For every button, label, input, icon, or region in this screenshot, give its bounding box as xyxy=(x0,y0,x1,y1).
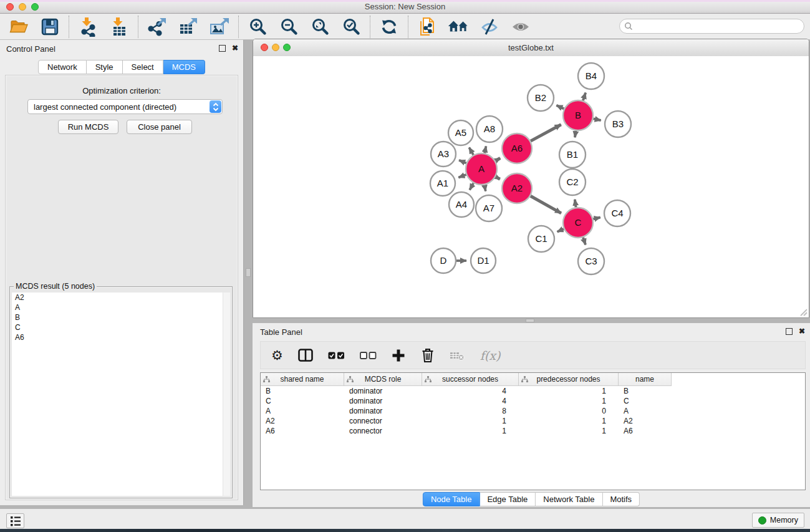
graph-edge-A-A8[interactable] xyxy=(485,146,486,153)
graph-node-b4[interactable]: B4 xyxy=(578,63,604,89)
graph-node-c4[interactable]: C4 xyxy=(604,200,630,226)
graph-node-a4[interactable]: A4 xyxy=(449,192,474,217)
save-session-icon[interactable] xyxy=(39,16,60,37)
mcds-result-item[interactable]: A6 xyxy=(12,332,230,342)
zoom-fit-icon[interactable] xyxy=(309,16,330,37)
graph-edge-B-B2[interactable] xyxy=(556,105,564,109)
export-table-icon[interactable] xyxy=(178,16,199,37)
graph-edge-A2-C[interactable] xyxy=(531,196,561,213)
graph-node-d[interactable]: D xyxy=(431,248,456,273)
graph-edge-A-A3[interactable] xyxy=(459,160,466,163)
graph-node-a7[interactable]: A7 xyxy=(476,195,502,221)
graph-edge-A-A7[interactable] xyxy=(485,185,486,191)
network-canvas[interactable]: AA1A2A3A4A5A6A7A8BB1B2B3B4CC1C2C3C4DD1 xyxy=(253,56,809,317)
hide-selected-icon[interactable] xyxy=(479,16,500,37)
column-header-name[interactable]: name xyxy=(619,373,672,386)
result-scrollbar[interactable] xyxy=(223,293,230,496)
graph-edge-C-C1[interactable] xyxy=(557,229,564,232)
tab-network[interactable]: Network xyxy=(38,60,87,74)
network-graph[interactable]: AA1A2A3A4A5A6A7A8BB1B2B3B4CC1C2C3C4DD1 xyxy=(253,56,809,317)
select-all-rows-icon[interactable] xyxy=(328,346,345,365)
table-row[interactable]: A2connector11A2 xyxy=(261,416,805,426)
zoom-selected-icon[interactable] xyxy=(340,16,362,37)
zoom-in-icon[interactable] xyxy=(247,16,268,37)
run-mcds-button[interactable]: Run MCDS xyxy=(58,120,118,134)
graph-node-c2[interactable]: C2 xyxy=(559,169,586,195)
graph-edge-B-B1[interactable] xyxy=(575,131,576,138)
graph-node-a2[interactable]: A2 xyxy=(502,173,532,203)
graph-node-a1[interactable]: A1 xyxy=(430,171,455,196)
column-header-shared-name[interactable]: shared name xyxy=(261,373,344,386)
delete-table-icon[interactable] xyxy=(450,346,465,365)
graph-node-c1[interactable]: C1 xyxy=(528,226,554,252)
mcds-result-item[interactable]: C xyxy=(12,322,230,332)
memory-button[interactable]: Memory xyxy=(752,513,804,528)
show-all-icon[interactable] xyxy=(510,16,531,37)
column-header-mcds-role[interactable]: MCDS role xyxy=(344,373,422,386)
float-panel-icon[interactable] xyxy=(219,45,226,52)
mcds-result-item[interactable]: A2 xyxy=(12,293,230,302)
refresh-icon[interactable] xyxy=(378,16,400,37)
tab-select[interactable]: Select xyxy=(123,60,163,74)
tab-style[interactable]: Style xyxy=(87,60,123,74)
new-network-from-selection-icon[interactable] xyxy=(417,16,438,37)
graph-node-a[interactable]: A xyxy=(466,153,497,185)
graph-edge-A6-B[interactable] xyxy=(531,125,561,141)
table-row[interactable]: Adominator80A xyxy=(261,406,805,416)
column-header-successor-nodes[interactable]: successor nodes xyxy=(422,373,519,386)
graph-node-a5[interactable]: A5 xyxy=(448,120,473,145)
deselect-all-rows-icon[interactable] xyxy=(360,346,377,365)
mcds-result-item[interactable]: B xyxy=(12,312,230,322)
export-image-icon[interactable] xyxy=(209,16,230,37)
graph-node-c[interactable]: C xyxy=(563,208,593,238)
export-network-icon[interactable] xyxy=(147,16,168,37)
table-row[interactable]: A6connector11A6 xyxy=(261,426,805,436)
graph-edge-C-C2[interactable] xyxy=(575,200,576,208)
import-network-icon[interactable] xyxy=(77,16,99,37)
graph-edge-B-B4[interactable] xyxy=(583,93,586,101)
search-box[interactable] xyxy=(619,19,804,34)
resize-grip-icon[interactable] xyxy=(798,307,808,317)
graph-node-b2[interactable]: B2 xyxy=(528,85,554,111)
graph-edge-C-C3[interactable] xyxy=(583,238,586,245)
graph-node-b3[interactable]: B3 xyxy=(605,111,631,137)
graph-edge-B-B3[interactable] xyxy=(593,118,600,120)
task-history-button[interactable] xyxy=(6,513,24,528)
graph-node-c3[interactable]: C3 xyxy=(578,248,604,274)
graph-node-b1[interactable]: B1 xyxy=(559,142,586,168)
close-table-panel-icon[interactable]: ✖ xyxy=(799,328,805,335)
graph-node-a6[interactable]: A6 xyxy=(502,133,532,163)
graph-edge-A-A1[interactable] xyxy=(458,175,466,178)
zoom-out-icon[interactable] xyxy=(278,16,299,37)
tab-node-table[interactable]: Node Table xyxy=(423,492,480,506)
mcds-result-item[interactable]: A xyxy=(12,302,230,312)
graph-node-d1[interactable]: D1 xyxy=(471,248,496,273)
vertical-splitter-handle[interactable] xyxy=(246,268,251,277)
table-row[interactable]: Bdominator41B xyxy=(261,386,805,396)
tab-motifs[interactable]: Motifs xyxy=(602,492,640,506)
graph-node-a8[interactable]: A8 xyxy=(476,116,503,142)
tab-mcds[interactable]: MCDS xyxy=(163,60,205,74)
graph-node-b[interactable]: B xyxy=(563,100,593,130)
import-table-icon[interactable] xyxy=(108,16,130,37)
criterion-select[interactable]: largest connected component (directed) xyxy=(27,99,223,114)
tab-network-table[interactable]: Network Table xyxy=(536,492,602,506)
close-panel-button[interactable]: Close panel xyxy=(127,120,192,134)
graph-edge-A-A4[interactable] xyxy=(470,183,473,190)
first-neighbors-icon[interactable] xyxy=(448,16,469,37)
float-table-panel-icon[interactable] xyxy=(786,328,793,335)
delete-column-trash-icon[interactable] xyxy=(420,346,435,365)
table-row[interactable]: Cdominator41C xyxy=(261,396,805,406)
graph-edge-A-A6[interactable] xyxy=(496,158,501,161)
graph-edge-A-A2[interactable] xyxy=(496,177,500,179)
close-panel-icon[interactable]: ✖ xyxy=(232,45,238,52)
graph-edge-C-C4[interactable] xyxy=(593,217,600,219)
search-input[interactable] xyxy=(633,22,804,31)
graph-node-a3[interactable]: A3 xyxy=(431,142,456,167)
mcds-result-list[interactable]: A2ABCA6 xyxy=(12,293,230,496)
graph-edge-A-A5[interactable] xyxy=(469,147,473,155)
function-builder-button[interactable]: f(x) xyxy=(480,346,501,365)
column-header-predecessor-nodes[interactable]: predecessor nodes xyxy=(519,373,619,386)
open-file-icon[interactable] xyxy=(8,16,29,37)
column-visibility-icon[interactable] xyxy=(298,346,313,365)
